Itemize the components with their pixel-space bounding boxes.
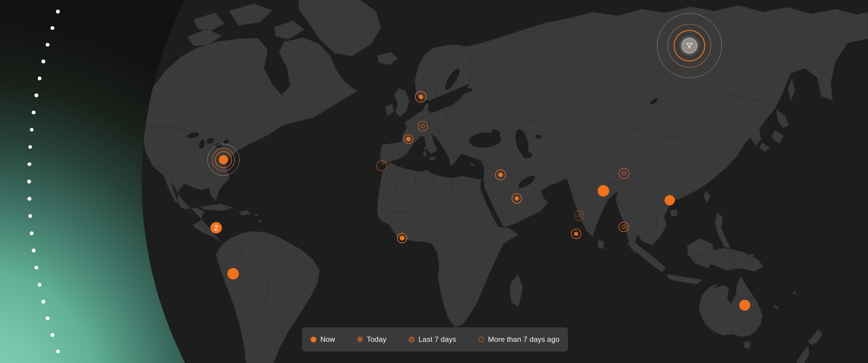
marker-ring [376, 160, 387, 171]
marker-dot [406, 137, 411, 141]
marker-ring [622, 225, 626, 229]
legend-last7-label: Last 7 days [418, 335, 456, 344]
marker-dot [664, 195, 675, 205]
legend-today-label: Today [367, 335, 386, 344]
marker-dot [400, 236, 404, 240]
marker-ring [421, 124, 425, 128]
marker-dot [515, 196, 519, 201]
marker-ring [657, 13, 722, 78]
marker-dot [598, 185, 609, 197]
map-legend: Now Today Last 7 days More than 7 days a… [302, 327, 568, 352]
marker-dot [739, 300, 750, 311]
legend-last7-icon [409, 337, 414, 342]
marker-dot [498, 173, 503, 177]
marker-ring [622, 171, 626, 175]
marker-dot [419, 95, 423, 99]
legend-item-last7: Last 7 days [409, 335, 456, 344]
cluster-count: 2 [214, 224, 218, 232]
marker-dot [227, 268, 239, 279]
legend-older-label: More than 7 days ago [488, 335, 559, 344]
marker-dot: 2 [210, 222, 222, 234]
marker-ring [577, 213, 581, 218]
legend-today-icon [357, 337, 363, 342]
marker-dot [219, 155, 228, 164]
legend-older-icon [479, 337, 484, 342]
legend-item-older: More than 7 days ago [479, 335, 559, 344]
legend-now-label: Now [320, 335, 335, 344]
legend-item-now: Now [311, 335, 335, 344]
marker-dot [574, 232, 578, 236]
world-map[interactable] [0, 0, 868, 363]
legend-item-today: Today [357, 335, 386, 344]
legend-now-icon [311, 337, 316, 342]
app-canvas: 2 Now Today Last 7 days More than 7 days… [0, 0, 868, 363]
